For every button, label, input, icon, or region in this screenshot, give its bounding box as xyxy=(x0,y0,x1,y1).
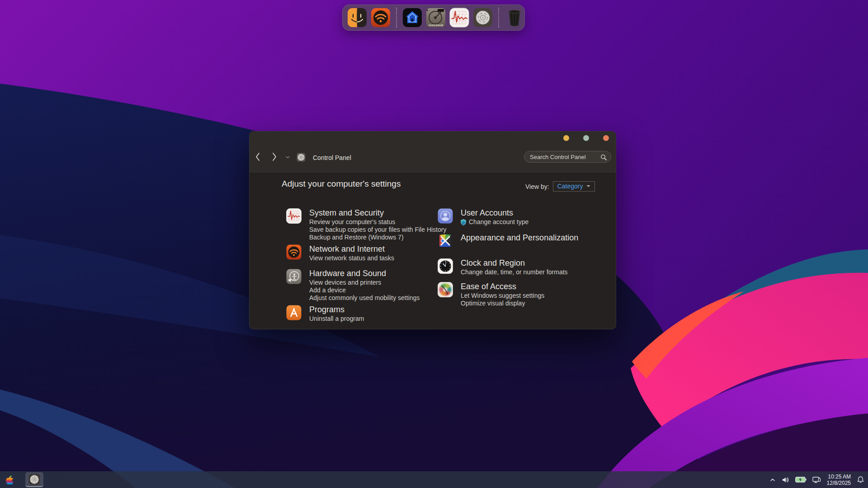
category-title[interactable]: Network and Internet xyxy=(309,244,394,253)
view-by-control: View by: Category xyxy=(525,181,595,192)
volume-icon[interactable] xyxy=(781,476,789,484)
programs-icon[interactable] xyxy=(286,305,302,320)
view-by-dropdown[interactable]: Category xyxy=(553,181,595,192)
task-link[interactable]: Let Windows suggest settings xyxy=(461,292,544,300)
category-network-and-internet[interactable]: Network and Internet View network status… xyxy=(286,244,453,262)
user-accounts-icon[interactable] xyxy=(438,208,453,224)
task-link[interactable]: Change account type xyxy=(461,218,528,226)
ease-of-access-icon[interactable] xyxy=(438,282,453,297)
network-app-icon[interactable] xyxy=(371,8,391,28)
task-link[interactable]: Save backup copies of your files with Fi… xyxy=(309,226,446,234)
taskbar-control-panel-button[interactable] xyxy=(25,472,43,487)
back-button[interactable] xyxy=(255,152,260,161)
task-link[interactable]: Backup and Restore (Windows 7) xyxy=(309,234,446,241)
notifications-icon[interactable] xyxy=(857,476,864,483)
category-programs[interactable]: Programs Uninstall a program xyxy=(286,305,453,323)
task-link[interactable]: View network status and tasks xyxy=(309,254,394,262)
chevron-down-icon xyxy=(586,185,590,188)
control-panel-window: Control Panel Adjust your computer's set… xyxy=(249,131,616,329)
category-hardware-and-sound[interactable]: Hardware and Sound View devices and prin… xyxy=(286,269,453,302)
taskbar-clock[interactable]: 10:25 AM 12/8/2025 xyxy=(827,474,851,486)
category-appearance-personalization[interactable]: Appearance and Personalization xyxy=(438,233,605,249)
dock-separator xyxy=(396,8,397,28)
desktop: Control Panel Adjust your computer's set… xyxy=(0,0,868,488)
task-link[interactable]: Uninstall a program xyxy=(309,315,364,323)
task-link[interactable]: Adjust commonly used mobility settings xyxy=(309,294,420,302)
category-title[interactable]: Programs xyxy=(309,305,364,314)
category-title[interactable]: Clock and Region xyxy=(461,258,568,267)
view-by-label: View by: xyxy=(525,183,549,190)
trash-icon[interactable] xyxy=(505,8,524,28)
taskbar: 10:25 AM 12/8/2025 xyxy=(0,471,868,488)
system-security-icon[interactable] xyxy=(286,208,302,224)
view-by-value[interactable]: Category xyxy=(557,183,583,190)
hidden-icons-chevron-icon[interactable] xyxy=(770,478,775,482)
traffic-lights xyxy=(563,135,609,141)
category-title[interactable]: Ease of Access xyxy=(461,282,544,291)
category-ease-of-access[interactable]: Ease of Access Let Windows suggest setti… xyxy=(438,282,605,307)
category-clock-and-region[interactable]: Clock and Region Change date, time, or n… xyxy=(438,258,605,276)
task-link[interactable]: Optimize visual display xyxy=(461,300,544,307)
network-icon[interactable] xyxy=(812,476,821,483)
category-user-accounts[interactable]: User Accounts Change account type xyxy=(438,208,605,226)
task-link[interactable]: Change date, time, or number formats xyxy=(461,268,568,276)
category-title[interactable]: Appearance and Personalization xyxy=(461,233,578,242)
activity-monitor-app-icon[interactable] xyxy=(449,8,469,28)
hard-disk-icon[interactable] xyxy=(426,8,446,28)
zoom-button[interactable] xyxy=(583,135,589,141)
category-title[interactable]: Hardware and Sound xyxy=(309,269,420,278)
search-input[interactable] xyxy=(530,151,598,162)
window-titlebar[interactable]: Control Panel xyxy=(250,131,616,174)
close-button[interactable] xyxy=(603,135,609,141)
finder-icon[interactable] xyxy=(347,8,367,28)
battery-icon[interactable] xyxy=(795,477,807,483)
settings-app-icon[interactable] xyxy=(473,8,493,28)
category-title[interactable]: User Accounts xyxy=(461,208,528,217)
uac-shield-icon xyxy=(461,219,466,225)
task-link[interactable]: View devices and printers xyxy=(309,279,420,286)
home-app-icon[interactable] xyxy=(402,8,422,28)
task-link[interactable]: Review your computer's status xyxy=(309,218,446,226)
clock-date: 12/8/2025 xyxy=(827,480,851,486)
category-title[interactable]: System and Security xyxy=(309,208,446,217)
system-tray: 10:25 AM 12/8/2025 xyxy=(770,471,864,488)
network-internet-icon[interactable] xyxy=(286,244,302,260)
recent-locations-chevron-icon[interactable] xyxy=(286,156,290,159)
dock-separator xyxy=(498,8,499,28)
apple-menu-icon[interactable] xyxy=(5,475,14,484)
clock-time: 10:25 AM xyxy=(827,474,851,480)
search-box[interactable] xyxy=(524,151,611,163)
hardware-sound-icon[interactable] xyxy=(286,269,302,284)
dock xyxy=(342,5,525,31)
category-system-and-security[interactable]: System and Security Review your computer… xyxy=(286,208,453,241)
search-icon[interactable] xyxy=(600,154,607,160)
task-link[interactable]: Add a device xyxy=(309,286,420,294)
appearance-icon[interactable] xyxy=(438,233,453,249)
control-panel-icon xyxy=(28,474,40,485)
control-panel-icon xyxy=(297,153,306,162)
page-title: Adjust your computer's settings xyxy=(282,179,401,189)
forward-button[interactable] xyxy=(272,152,277,161)
clock-region-icon[interactable] xyxy=(438,258,453,274)
window-title: Control Panel xyxy=(313,154,351,161)
minimize-button[interactable] xyxy=(563,135,569,141)
